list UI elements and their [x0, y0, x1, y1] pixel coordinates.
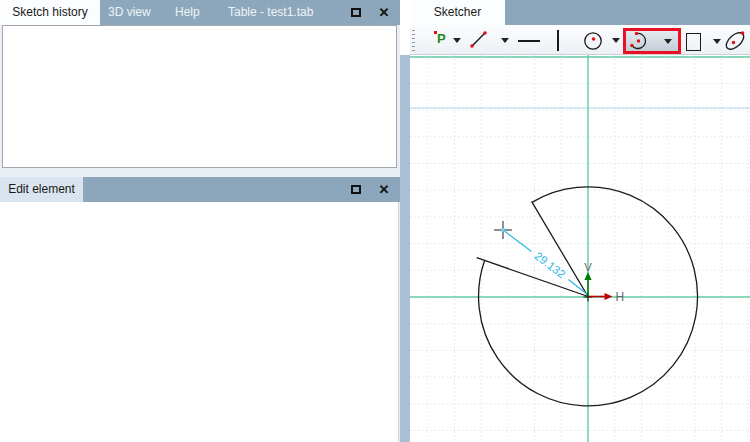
edit-close-button[interactable]: ✕ [377, 182, 391, 197]
vertical-axis-label: V [584, 261, 592, 273]
line-tool-dropdown-icon[interactable] [501, 38, 509, 43]
panel-splitter[interactable] [400, 55, 410, 442]
point-tool-icon: P [437, 32, 446, 46]
horizontal-axis-label: H [616, 290, 625, 304]
toolbar-grip-handle[interactable] [412, 30, 415, 51]
circle-tool-button[interactable] [582, 25, 606, 55]
rectangle-tool-icon [686, 33, 701, 51]
tab-sketch-history[interactable]: Sketch history [0, 0, 100, 25]
sketch-canvas-svg: 29.132 V H [410, 55, 750, 442]
arc-tool-button[interactable] [628, 31, 652, 51]
arc-tool-dropdown-icon[interactable] [664, 39, 672, 44]
tab-help[interactable]: Help [175, 0, 200, 25]
dimension-line-segment-1 [503, 230, 532, 252]
edit-maximize-button[interactable] [349, 182, 363, 197]
horizontal-line-tool-button[interactable] [514, 25, 544, 55]
point-tool-button[interactable]: P [420, 25, 448, 55]
sketch-history-panel: Sketch history 3D view Help Table - test… [0, 0, 400, 168]
crosshair-cursor [494, 221, 512, 239]
sketch-history-content[interactable] [2, 25, 397, 168]
sketch-history-tabbar: Sketch history 3D view Help Table - test… [0, 0, 400, 25]
arc-end-radius-line [477, 258, 588, 297]
arc-tool-highlight [623, 28, 681, 54]
arc-tool-icon [628, 31, 650, 51]
close-icon: ✕ [379, 182, 390, 197]
ellipse-tool-icon [723, 28, 749, 54]
maximize-icon [351, 185, 361, 194]
close-button[interactable]: ✕ [377, 5, 391, 20]
point-tool-dropdown-icon[interactable] [453, 38, 461, 43]
circle-tool-icon [582, 31, 604, 53]
vertical-line-icon [557, 30, 559, 51]
panel-splitter-top [400, 0, 410, 55]
sketcher-panel: Sketcher P [410, 0, 750, 442]
rectangle-tool-dropdown-icon[interactable] [713, 39, 721, 44]
maximize-button[interactable] [349, 5, 363, 20]
tab-table-test1[interactable]: Table - test1.tab [228, 0, 313, 25]
sketch-grid [410, 55, 750, 442]
vertical-line-tool-button[interactable] [550, 25, 566, 55]
line-tool-icon [468, 29, 490, 51]
edit-element-titlebar: Edit element ✕ [0, 177, 400, 202]
line-tool-button[interactable] [468, 25, 492, 55]
ellipse-tool-button[interactable] [723, 25, 750, 55]
dimension-line-segment-2 [569, 280, 588, 295]
edit-element-panel: Edit element ✕ [0, 177, 400, 442]
tab-3d-view[interactable]: 3D view [108, 0, 151, 25]
rectangle-tool-button[interactable] [682, 25, 706, 55]
circle-tool-dropdown-icon[interactable] [612, 38, 620, 43]
sketcher-toolbar: P [410, 25, 750, 55]
sketcher-tabbar: Sketcher [410, 0, 750, 25]
maximize-icon [351, 8, 361, 17]
horizontal-line-icon [518, 40, 540, 42]
tab-sketcher[interactable]: Sketcher [410, 0, 505, 25]
horizontal-axis-arrow-icon [589, 293, 613, 300]
close-icon: ✕ [379, 5, 390, 20]
sketch-canvas[interactable]: 29.132 V H [410, 55, 750, 442]
edit-element-content[interactable] [0, 202, 399, 442]
tab-edit-element[interactable]: Edit element [0, 177, 83, 202]
